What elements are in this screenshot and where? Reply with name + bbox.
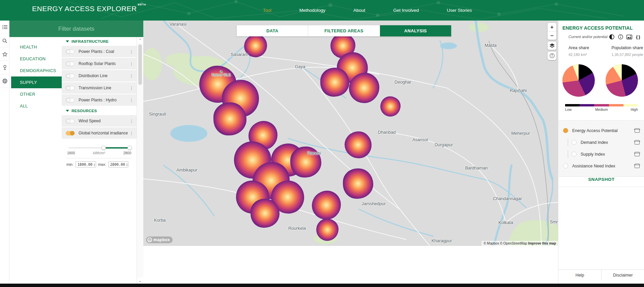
- sidebar-category-other[interactable]: OTHER: [11, 88, 62, 100]
- max-value-input[interactable]: 2800.00▲▼: [108, 161, 129, 167]
- index-radio[interactable]: [563, 163, 568, 168]
- spin-down-icon[interactable]: ▼: [94, 164, 95, 166]
- dataset-sidebar: HEALTHEDUCATIONDEMOGRAPHICSSUPPLYOTHERAL…: [9, 21, 143, 284]
- kebab-menu-icon[interactable]: ⋮: [129, 73, 134, 78]
- dataset-group-header-infrastructure[interactable]: INFRASTRUCTURE: [62, 37, 137, 46]
- kebab-menu-icon[interactable]: ⋮: [129, 86, 134, 91]
- spin-down-icon[interactable]: ▼: [126, 164, 128, 166]
- location-pin-icon[interactable]: [0, 61, 9, 74]
- legend-color-segment: [623, 104, 638, 106]
- index-option-demand-index[interactable]: Demand Index: [558, 136, 644, 148]
- download-box-icon[interactable]: [635, 164, 640, 168]
- nav-item-tool[interactable]: Tool: [263, 8, 271, 13]
- image-export-icon[interactable]: [626, 34, 632, 40]
- dataset-group-header-resources[interactable]: RESOURCES: [62, 106, 137, 115]
- scroll-up-arrow-icon[interactable]: ⌃: [137, 37, 143, 43]
- map-label-rajshahi: Rajshahi: [510, 88, 527, 93]
- map-label-korba: Korba: [154, 218, 166, 223]
- index-radio[interactable]: [563, 128, 568, 133]
- search-icon[interactable]: [0, 34, 9, 47]
- dataset-list-icon[interactable]: [0, 21, 9, 34]
- disclaimer-button[interactable]: Disclaimer: [601, 270, 644, 280]
- layers-icon[interactable]: [548, 41, 556, 50]
- kebab-menu-icon[interactable]: ⋮: [129, 49, 134, 54]
- heatmap-blob: [345, 131, 372, 158]
- map-canvas[interactable]: VaranasiSasaram♣Kaimur WLSGayaSingrauliM…: [143, 21, 558, 246]
- sidebar-category-demographics[interactable]: DEMOGRAPHICS: [11, 65, 62, 76]
- dataset-toggle[interactable]: [66, 74, 75, 78]
- kebab-menu-icon[interactable]: ⋮: [129, 61, 134, 66]
- map-tab-data[interactable]: DATA: [237, 25, 308, 36]
- map-tab-filtered-areas[interactable]: FILTERED AREAS: [308, 25, 380, 36]
- sidebar-category-supply[interactable]: SUPPLY: [11, 76, 62, 88]
- index-selector-list: Energy Access PotentialDemand IndexSuppl…: [558, 120, 644, 177]
- contrast-icon[interactable]: [609, 34, 615, 40]
- mapbox-logo-icon: m: [147, 237, 152, 242]
- map-label-singrauli: Singrauli: [149, 111, 166, 117]
- sidebar-category-health[interactable]: HEALTH: [11, 41, 62, 53]
- dataset-toggle[interactable]: [66, 131, 75, 135]
- mapbox-logo[interactable]: m mapbox: [146, 236, 173, 243]
- info-icon[interactable]: [618, 34, 623, 40]
- nav-item-get-involved[interactable]: Get Involved: [393, 8, 419, 13]
- improve-map-link[interactable]: Improve this map: [528, 242, 556, 245]
- index-radio[interactable]: [572, 140, 577, 145]
- slider-handle-min[interactable]: [101, 146, 106, 150]
- slider-handle-max[interactable]: [127, 146, 132, 150]
- index-option-energy-access-potential[interactable]: Energy Access Potential: [558, 125, 644, 136]
- favorites-star-icon[interactable]: [0, 47, 9, 61]
- index-label: Energy Access Potential: [572, 128, 635, 133]
- map-tab-analysis[interactable]: ANALYSIS: [380, 25, 451, 36]
- scrollbar-thumb[interactable]: [138, 44, 142, 85]
- kebab-menu-icon[interactable]: ⋮: [129, 98, 134, 103]
- dataset-toggle[interactable]: [66, 62, 75, 66]
- nav-item-user-stories[interactable]: User Stories: [447, 8, 472, 13]
- dataset-scrollbar[interactable]: ⌃ ⌄: [137, 37, 143, 284]
- braces-code-icon[interactable]: { }: [635, 34, 641, 40]
- index-option-supply-index[interactable]: Supply Index: [558, 148, 644, 160]
- zoom-in-button[interactable]: +: [548, 23, 556, 31]
- toggle-knob: [66, 50, 70, 54]
- scroll-down-arrow-icon[interactable]: ⌄: [137, 278, 143, 284]
- top-header-bar: ENERGY ACCESS EXPLORERBETA ToolMethodolo…: [0, 0, 644, 21]
- dataset-toggle[interactable]: [66, 50, 75, 54]
- heatmap-blob: [349, 73, 379, 103]
- spinner-arrows-icon[interactable]: ▲▼: [126, 163, 128, 166]
- dataset-toggle[interactable]: [66, 98, 75, 102]
- filter-datasets-input[interactable]: [16, 26, 137, 32]
- energy-access-explorer-app: ENERGY ACCESS EXPLORERBETA ToolMethodolo…: [0, 0, 644, 287]
- map-label-sasaram: Sasaram: [231, 52, 248, 57]
- sidebar-category-all[interactable]: ALL: [11, 100, 62, 112]
- stat-label: Area share: [568, 45, 602, 50]
- heatmap-blob: [320, 68, 349, 97]
- map-info-control: [548, 52, 556, 60]
- index-option-assistance-need-index[interactable]: Assistance Need Index: [558, 160, 644, 172]
- sidebar-category-education[interactable]: EDUCATION: [11, 53, 62, 65]
- min-value-text: 1800.00: [78, 162, 92, 166]
- dataset-label: Power Plants : Coal: [79, 49, 129, 54]
- index-label: Supply Index: [581, 152, 635, 157]
- kebab-menu-icon[interactable]: ⋮: [129, 131, 134, 136]
- dataset-group-label: RESOURCES: [71, 109, 97, 113]
- heatmap-blob: [251, 199, 280, 228]
- nav-item-about[interactable]: About: [353, 8, 365, 13]
- stat-label: Population share: [612, 45, 644, 50]
- spinner-arrows-icon[interactable]: ▲▼: [94, 163, 95, 166]
- download-box-icon[interactable]: [635, 128, 640, 133]
- min-value-input[interactable]: 1800.00▲▼: [76, 161, 96, 167]
- index-radio[interactable]: [572, 152, 577, 157]
- snapshot-button[interactable]: SNAPSHOT: [558, 172, 644, 187]
- share-stats: Area share42,180 km²Population share1,35…: [558, 45, 644, 57]
- download-box-icon[interactable]: [635, 140, 640, 145]
- map-info-icon[interactable]: [548, 52, 556, 60]
- bottom-black-bar: [0, 284, 644, 287]
- range-slider[interactable]: [68, 146, 130, 150]
- globe-icon[interactable]: [0, 74, 9, 88]
- kebab-menu-icon[interactable]: ⋮: [129, 119, 134, 124]
- zoom-out-button[interactable]: −: [548, 31, 556, 40]
- download-box-icon[interactable]: [635, 152, 640, 156]
- dataset-toggle[interactable]: [66, 86, 75, 90]
- dataset-toggle[interactable]: [66, 119, 75, 123]
- help-button[interactable]: Help: [558, 270, 601, 280]
- nav-item-methodology[interactable]: Methodology: [299, 8, 325, 13]
